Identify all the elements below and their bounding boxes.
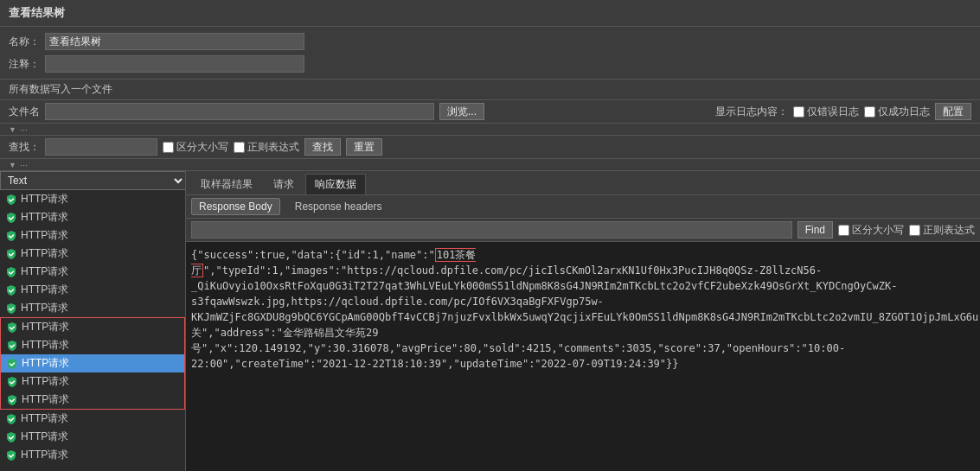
tree-item-14[interactable]: HTTP请求: [0, 446, 185, 464]
tree-item-3[interactable]: HTTP请求: [0, 245, 185, 263]
tree-item-label: HTTP请求: [22, 374, 69, 389]
right-case-checkbox[interactable]: 区分大小写: [838, 223, 904, 238]
log-label: 显示日志内容：: [715, 105, 788, 119]
tree-item-label: HTTP请求: [21, 448, 68, 462]
file-label: 文件名: [9, 105, 40, 119]
find-button[interactable]: 查找: [304, 138, 341, 156]
regex-checkbox[interactable]: 正则表达式: [234, 140, 299, 155]
right-regex-checkbox[interactable]: 正则表达式: [909, 223, 975, 238]
tree-item-12[interactable]: HTTP请求: [0, 410, 185, 428]
tree-item-1[interactable]: HTTP请求: [0, 208, 185, 226]
tree-item-2[interactable]: HTTP请求: [0, 226, 185, 245]
green-shield-icon: [5, 449, 17, 461]
comment-input[interactable]: [45, 55, 304, 73]
green-shield-icon: [5, 212, 17, 224]
response-body: {"success":true,"data":{"id":1,"name":"1…: [186, 242, 980, 471]
green-shield-icon: [6, 321, 18, 334]
collapse-bar-1: ▼ ···: [0, 124, 980, 136]
collapse-bar-2: ▼ ···: [0, 159, 980, 171]
green-shield-icon: [6, 394, 18, 406]
right-search-input[interactable]: [191, 221, 792, 239]
tree-item-label: HTTP请求: [21, 301, 68, 315]
tabs-bar: 取样器结果 请求 响应数据: [186, 171, 980, 195]
right-search-row: Find 区分大小写 正则表达式: [186, 219, 980, 242]
tree-list: HTTP请求 HTTP请求 HTTP请求 HTTP请求 HTTP请求 HTTP请…: [0, 190, 185, 464]
error-only-checkbox[interactable]: 仅错误日志: [793, 105, 859, 119]
collapse-arrow-2[interactable]: ▼: [9, 161, 16, 169]
tab-sampler-result[interactable]: 取样器结果: [191, 174, 262, 194]
type-selector[interactable]: Text: [0, 171, 185, 190]
reset-button[interactable]: 重置: [346, 138, 382, 156]
search-label: 查找：: [9, 140, 40, 155]
tree-item-label: HTTP请求: [21, 411, 68, 426]
right-find-button[interactable]: Find: [797, 221, 833, 239]
tab-response-data[interactable]: 响应数据: [305, 174, 366, 194]
tree-item-13[interactable]: HTTP请求: [0, 428, 185, 446]
green-shield-icon: [5, 302, 17, 315]
green-shield-icon: [5, 266, 17, 278]
tree-item-label: HTTP请求: [21, 192, 68, 207]
tree-item-8[interactable]: HTTP请求: [1, 336, 184, 354]
search-input[interactable]: [45, 138, 157, 156]
collapse-arrow-1[interactable]: ▼: [9, 125, 16, 134]
tree-item-11[interactable]: HTTP请求: [1, 391, 184, 409]
green-shield-icon: [5, 413, 17, 425]
tree-item-label: HTTP请求: [21, 264, 68, 279]
right-panel: 取样器结果 请求 响应数据 Response Body Response hea…: [186, 171, 980, 471]
green-shield-icon: [6, 376, 18, 388]
tree-item-7[interactable]: HTTP请求: [1, 318, 184, 336]
tree-item-label: HTTP请求: [22, 338, 69, 353]
tree-item-label: HTTP请求: [22, 392, 69, 407]
green-shield-icon: [5, 230, 17, 242]
browse-button[interactable]: 浏览...: [439, 103, 484, 120]
search-bar: 查找： 区分大小写 正则表达式 查找 重置: [0, 136, 980, 159]
tree-item-label: HTTP请求: [22, 320, 69, 334]
green-shield-icon: [6, 340, 18, 352]
all-data-section: 所有数据写入一个文件: [0, 80, 980, 100]
green-shield-icon: [5, 248, 17, 260]
file-row: 文件名 浏览... 显示日志内容： 仅错误日志 仅成功日志 配置: [0, 100, 980, 124]
case-sensitive-checkbox[interactable]: 区分大小写: [163, 140, 228, 155]
sub-tab-response-headers[interactable]: Response headers: [287, 198, 390, 215]
tree-item-label: HTTP请求: [21, 228, 68, 243]
tree-item-5[interactable]: HTTP请求: [0, 281, 185, 299]
tree-item-label: HTTP请求: [21, 430, 68, 444]
tree-item-9[interactable]: HTTP请求: [1, 354, 184, 372]
tree-item-0[interactable]: HTTP请求: [0, 190, 185, 208]
tree-item-6[interactable]: HTTP请求: [0, 299, 185, 317]
tree-item-label: HTTP请求: [21, 210, 68, 225]
sub-tabs-bar: Response Body Response headers: [186, 195, 980, 219]
tree-item-label: HTTP请求: [21, 246, 68, 261]
tree-item-label: HTTP请求: [21, 283, 68, 297]
tab-request[interactable]: 请求: [264, 174, 304, 194]
window-title: 查看结果树: [0, 0, 980, 27]
highlighted-group: HTTP请求 HTTP请求 HTTP请求 HTTP请求 HTTP请求: [0, 317, 185, 410]
comment-label: 注释：: [9, 57, 40, 72]
green-shield-icon: [5, 284, 17, 296]
tree-item-label: HTTP请求: [22, 356, 69, 371]
name-label: 名称：: [9, 35, 40, 49]
config-button[interactable]: 配置: [935, 103, 971, 120]
green-shield-icon: [6, 358, 18, 370]
left-panel: Text HTTP请求 HTTP请求 HTTP请求 HTTP请求 HTTP请求 …: [0, 171, 186, 471]
highlighted-name: 101茶餐厅: [191, 248, 476, 277]
success-only-checkbox[interactable]: 仅成功日志: [864, 105, 930, 119]
main-content: Text HTTP请求 HTTP请求 HTTP请求 HTTP请求 HTTP请求 …: [0, 171, 980, 471]
tree-item-4[interactable]: HTTP请求: [0, 263, 185, 281]
tree-item-10[interactable]: HTTP请求: [1, 372, 184, 391]
green-shield-icon: [5, 431, 17, 443]
green-shield-icon: [5, 194, 17, 206]
name-input[interactable]: [45, 33, 304, 50]
sub-tab-response-body[interactable]: Response Body: [191, 198, 280, 215]
file-input[interactable]: [45, 103, 434, 120]
